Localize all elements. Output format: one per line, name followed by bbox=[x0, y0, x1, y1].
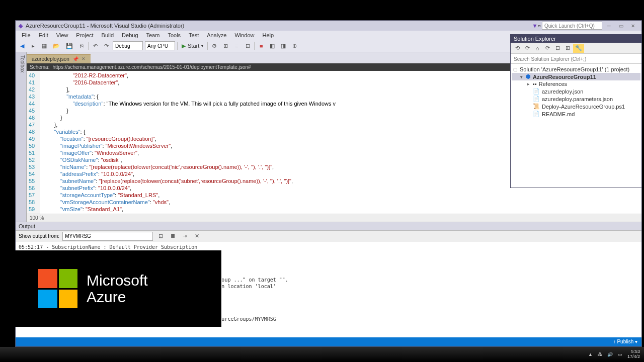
minimize-button[interactable]: ─ bbox=[603, 22, 614, 29]
forward-button[interactable]: ▸ bbox=[29, 41, 38, 50]
back-button[interactable]: ◀ bbox=[18, 41, 27, 50]
publish-button[interactable]: ↑ Publish ▾ bbox=[613, 339, 637, 344]
gutter: 40 41 42 43 44 45 46 47 48 49 50 51 52 5… bbox=[27, 71, 40, 214]
sln-back[interactable]: ⟲ bbox=[513, 44, 522, 53]
filter-icon[interactable]: ▼ bbox=[533, 23, 537, 29]
window-title: AzureResourceGroup11 - Microsoft Visual … bbox=[26, 23, 184, 29]
output-tool-3[interactable]: ⇥ bbox=[180, 232, 189, 241]
sln-search-input[interactable] bbox=[511, 55, 641, 63]
sln-title: Solution Explorer bbox=[511, 35, 641, 43]
menu-project[interactable]: Project bbox=[72, 31, 97, 39]
toolbox-panel[interactable]: Toolbox bbox=[16, 52, 27, 222]
clock-time[interactable]: 5:53 bbox=[631, 349, 640, 354]
quick-launch-input[interactable] bbox=[542, 22, 602, 30]
titlebar: ◈ AzureResourceGroup11 - Microsoft Visua… bbox=[16, 21, 641, 31]
new-button[interactable]: ▦ bbox=[40, 41, 49, 50]
project-node[interactable]: ▾⬢ AzureResourceGroup11 bbox=[512, 73, 640, 80]
statusbar: ↑ Publish ▾ bbox=[16, 337, 641, 346]
azure-logo-text: MicrosoftAzure bbox=[87, 272, 148, 305]
pin-icon[interactable]: 📌 bbox=[72, 56, 78, 62]
solution-node[interactable]: ▢Solution 'AzureResourceGroup11' (1 proj… bbox=[512, 66, 640, 73]
schema-label: Schema: bbox=[30, 64, 49, 70]
references-node[interactable]: ▸▪▪ References bbox=[512, 80, 640, 87]
zoom-level[interactable]: 100 % bbox=[27, 214, 641, 222]
sln-refresh[interactable]: ⟳ bbox=[543, 44, 552, 53]
tab-label: azuredeploy.json bbox=[32, 56, 69, 62]
close-button[interactable]: ✕ bbox=[627, 22, 638, 29]
platform-combo[interactable]: Any CPU bbox=[145, 41, 175, 50]
close-tab-icon[interactable]: ✕ bbox=[82, 56, 86, 61]
azure-logo-overlay: MicrosoftAzure bbox=[0, 250, 221, 327]
open-button[interactable]: 📂 bbox=[51, 41, 62, 50]
menu-view[interactable]: View bbox=[52, 31, 72, 39]
tray-icon[interactable]: ▲ bbox=[588, 352, 593, 357]
menu-build[interactable]: Build bbox=[98, 31, 118, 39]
output-toolbar: Show output from: MYVMRSG ⊡ ≣ ⇥ ✕ bbox=[16, 231, 641, 242]
output-tool-4[interactable]: ✕ bbox=[192, 232, 201, 241]
save-all-button[interactable]: ⎘ bbox=[77, 41, 86, 50]
taskbar: ▲ 🖧 🔊 ▭ 5:53 17/4/2 bbox=[0, 347, 644, 362]
tool-3[interactable]: ≡ bbox=[232, 41, 241, 50]
output-from-label: Show output from: bbox=[19, 233, 59, 239]
windows-watermark: Activate Windows Go to Settings to activ… bbox=[523, 311, 634, 330]
config-combo[interactable]: Debug bbox=[113, 41, 143, 50]
menu-debug[interactable]: Debug bbox=[118, 31, 142, 39]
sln-search bbox=[511, 54, 641, 64]
output-tool-2[interactable]: ≣ bbox=[168, 232, 177, 241]
menu-tools[interactable]: Tools bbox=[164, 31, 185, 39]
tool-2[interactable]: ⊞ bbox=[221, 41, 230, 50]
vs-icon: ◈ bbox=[19, 23, 23, 29]
maximize-button[interactable]: ▭ bbox=[615, 22, 626, 29]
clock-date[interactable]: 17/4/2 bbox=[627, 354, 640, 359]
output-title: Output bbox=[16, 222, 641, 231]
network-icon[interactable]: 🖧 bbox=[598, 352, 602, 357]
solution-explorer: Solution Explorer ⟲ ⟳ ⌂ ⟳ ⊟ ⊞ 🔧 ▢Solutio… bbox=[510, 34, 642, 188]
save-button[interactable]: 💾 bbox=[64, 41, 75, 50]
sln-collapse[interactable]: ⊟ bbox=[553, 44, 562, 53]
file-readme[interactable]: 📄 README.md bbox=[512, 110, 640, 118]
file-deploy-ps1[interactable]: 📜 Deploy-AzureResourceGroup.ps1 bbox=[512, 103, 640, 110]
tool-1[interactable]: ⚙ bbox=[210, 41, 219, 50]
tool-6[interactable]: ◧ bbox=[268, 41, 277, 50]
volume-icon[interactable]: 🔊 bbox=[607, 352, 613, 357]
sln-props[interactable]: 🔧 bbox=[573, 44, 584, 53]
tool-7[interactable]: ◨ bbox=[279, 41, 288, 50]
redo-button[interactable]: ↷ bbox=[102, 41, 111, 50]
file-azuredeploy[interactable]: 📄 azuredeploy.json bbox=[512, 87, 640, 95]
tool-4[interactable]: ⊡ bbox=[243, 41, 252, 50]
menu-team[interactable]: Team bbox=[142, 31, 164, 39]
menu-test[interactable]: Test bbox=[185, 31, 203, 39]
sln-fwd[interactable]: ⟳ bbox=[523, 44, 532, 53]
output-source-combo[interactable]: MYVMRSG bbox=[62, 232, 153, 241]
notify-icon[interactable]: ▫ bbox=[537, 23, 541, 29]
start-button[interactable]: ▶Start▾ bbox=[180, 41, 205, 50]
sln-toolbar: ⟲ ⟳ ⌂ ⟳ ⊟ ⊞ 🔧 bbox=[511, 43, 641, 54]
file-params[interactable]: 📄 azuredeploy.parameters.json bbox=[512, 95, 640, 103]
microsoft-logo-icon bbox=[38, 269, 77, 308]
sln-home[interactable]: ⌂ bbox=[533, 44, 542, 53]
menu-edit[interactable]: Edit bbox=[35, 31, 52, 39]
tool-8[interactable]: ⊕ bbox=[290, 41, 299, 50]
lang-icon[interactable]: ▭ bbox=[618, 352, 622, 357]
sln-tree: ▢Solution 'AzureResourceGroup11' (1 proj… bbox=[511, 64, 641, 188]
undo-button[interactable]: ↶ bbox=[91, 41, 100, 50]
output-tool-1[interactable]: ⊡ bbox=[156, 232, 165, 241]
menu-help[interactable]: Help bbox=[259, 31, 278, 39]
sln-showall[interactable]: ⊞ bbox=[563, 44, 572, 53]
menu-file[interactable]: File bbox=[18, 31, 35, 39]
tab-azuredeploy[interactable]: azuredeploy.json 📌 ✕ bbox=[27, 54, 91, 63]
menu-analyze[interactable]: Analyze bbox=[203, 31, 230, 39]
menu-window[interactable]: Window bbox=[230, 31, 258, 39]
tool-5[interactable]: ■ bbox=[257, 41, 266, 50]
